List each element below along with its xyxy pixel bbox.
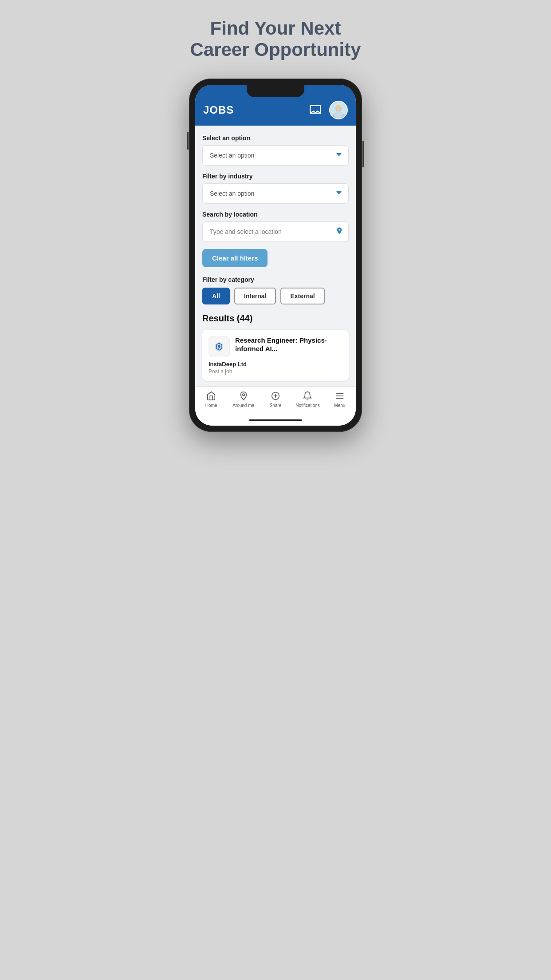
nav-menu-label: Menu [334, 403, 345, 408]
clear-filters-button[interactable]: Clear all filters [202, 249, 268, 267]
volume-button [187, 132, 189, 150]
category-buttons: All Internal External [202, 288, 349, 304]
industry-select-placeholder: Select an option [210, 190, 254, 197]
user-avatar[interactable] [329, 101, 348, 119]
nav-around-me-label: Around me [232, 403, 254, 408]
company-name: InstaDeep Ltd [209, 361, 342, 368]
nav-around-me[interactable]: Around me [227, 390, 259, 408]
nav-menu[interactable]: Menu [324, 390, 356, 408]
page-headline: Find Your Next Career Opportunity [190, 18, 361, 61]
svg-point-4 [336, 105, 341, 111]
menu-icon [334, 390, 346, 402]
category-internal-button[interactable]: Internal [234, 288, 276, 304]
phone-notch [247, 85, 304, 97]
chat-icon-button[interactable] [307, 102, 324, 119]
phone-screen: JOBS [195, 85, 356, 426]
nav-share[interactable]: Share [260, 390, 291, 408]
app-title: JOBS [203, 104, 234, 116]
nav-notifications-label: Notifications [295, 403, 319, 408]
svg-point-12 [242, 394, 244, 396]
nav-notifications[interactable]: Notifications [291, 390, 323, 408]
option-filter-label: Select an option [202, 134, 349, 142]
category-filter-label: Filter by category [202, 276, 349, 283]
location-filter-label: Search by location [202, 211, 349, 218]
job-title: Research Engineer: Physics-informed AI..… [235, 336, 342, 353]
industry-filter-label: Filter by industry [202, 173, 349, 180]
svg-point-5 [334, 111, 343, 118]
job-card[interactable]: ID Research Engineer: Physics-informed A… [202, 330, 349, 381]
option-select-placeholder: Select an option [210, 152, 254, 159]
svg-text:ID: ID [218, 347, 220, 350]
home-bar [249, 419, 302, 421]
post-label: Post a job [209, 368, 342, 375]
bottom-navigation: Home Around me Share [195, 386, 356, 417]
nav-home[interactable]: Home [195, 390, 227, 408]
notifications-icon [302, 390, 313, 402]
phone-shell: JOBS [189, 79, 362, 432]
job-info: Research Engineer: Physics-informed AI..… [235, 336, 342, 353]
option-select-wrapper: Select an option [202, 145, 349, 166]
app-screen: JOBS [195, 85, 356, 426]
job-card-top: ID Research Engineer: Physics-informed A… [209, 336, 342, 357]
location-input[interactable] [202, 221, 349, 242]
option-select[interactable]: Select an option [202, 145, 349, 166]
location-search-wrapper [202, 221, 349, 242]
industry-select-wrapper: Select an option [202, 183, 349, 204]
home-icon [205, 390, 217, 402]
header-icons [307, 101, 348, 119]
power-button [362, 141, 364, 167]
results-count: Results (44) [202, 313, 349, 324]
category-external-button[interactable]: External [280, 288, 324, 304]
home-indicator [195, 417, 356, 426]
industry-select[interactable]: Select an option [202, 183, 349, 204]
main-content: Select an option Select an option Filter… [195, 126, 356, 386]
company-logo: ID [209, 336, 230, 357]
nav-home-label: Home [205, 403, 217, 408]
share-icon [270, 390, 281, 402]
category-all-button[interactable]: All [202, 288, 230, 304]
around-me-icon [238, 390, 249, 402]
nav-share-label: Share [270, 403, 282, 408]
